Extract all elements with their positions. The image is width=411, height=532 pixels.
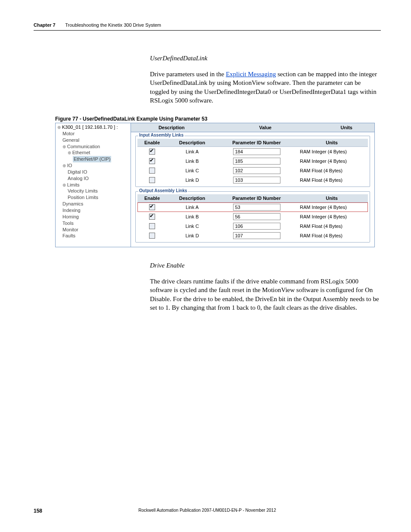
th-units: Units	[296, 194, 368, 202]
panel-header-row: Description Value Units	[131, 123, 374, 132]
units-value: RAM Integer (4 Bytes)	[296, 202, 368, 212]
link-description: Link B	[167, 212, 218, 221]
output-links-table: Enable Description Parameter ID Number U…	[137, 194, 368, 240]
tree-ethernet[interactable]: Ethernet EtherNet/IP (CIP)	[68, 149, 130, 162]
chapter-title: Troubleshooting the Kinetix 300 Drive Sy…	[65, 22, 161, 28]
tree-communication[interactable]: Communication Ethernet EtherNet/IP (CIP)	[62, 143, 130, 163]
th-parameter-id: Parameter ID Number	[218, 139, 296, 147]
tree-general[interactable]: General	[62, 137, 130, 143]
figure-77-screenshot: K300_01 [ 192.168.1.70 ] : Motor General…	[55, 123, 375, 247]
table-row: Link A53RAM Integer (4 Bytes)	[137, 202, 368, 212]
link-description: Link C	[167, 166, 218, 175]
units-value: RAM Float (4 Bytes)	[296, 175, 368, 185]
parameter-id-input[interactable]: 102	[233, 167, 280, 174]
chapter-label: Chapter 7	[34, 22, 56, 28]
parameter-id-input[interactable]: 103	[233, 177, 280, 184]
enable-checkbox[interactable]	[149, 214, 155, 220]
col-units: Units	[318, 123, 374, 132]
nav-tree: K300_01 [ 192.168.1.70 ] : Motor General…	[56, 123, 131, 247]
tree-dynamics[interactable]: Dynamics	[62, 201, 130, 207]
tree-limits[interactable]: Limits Velocity Limits Position Limits	[62, 182, 130, 201]
paragraph-explicit-messaging: Drive parameters used in the Explicit Me…	[150, 70, 381, 105]
table-row: Link D107RAM Float (4 Bytes)	[137, 231, 368, 240]
tree-tools[interactable]: Tools	[62, 220, 130, 227]
parameter-id-input[interactable]: 56	[233, 213, 280, 220]
units-value: RAM Float (4 Bytes)	[296, 221, 368, 231]
link-description: Link B	[167, 156, 218, 166]
link-description: Link C	[167, 221, 218, 231]
input-assembly-links-group: Input Assembly Links Enable Description …	[135, 136, 370, 187]
para-text-pre: Drive parameters used in the	[150, 71, 226, 78]
table-row: Link C106RAM Float (4 Bytes)	[137, 221, 368, 231]
table-row: Link B185RAM Integer (4 Bytes)	[137, 156, 368, 166]
units-value: RAM Float (4 Bytes)	[296, 166, 368, 175]
th-enable: Enable	[137, 194, 167, 202]
th-description: Description	[167, 139, 218, 147]
tree-root[interactable]: K300_01 [ 192.168.1.70 ] :	[57, 124, 118, 130]
table-row: Link B56RAM Integer (4 Bytes)	[137, 212, 368, 221]
table-row: Link C102RAM Float (4 Bytes)	[137, 166, 368, 175]
group-label-input: Input Assembly Links	[138, 133, 184, 137]
section-heading-drive-enable: Drive Enable	[150, 262, 381, 269]
enable-checkbox[interactable]	[149, 223, 155, 229]
output-assembly-links-group: Output Assembly Links Enable Description…	[135, 191, 370, 243]
units-value: RAM Integer (4 Bytes)	[296, 147, 368, 157]
page-footer: 158 Rockwell Automation Publication 2097…	[34, 508, 381, 514]
tree-homing[interactable]: Homing	[62, 214, 130, 220]
section-heading-userdefineddatalink: UserDefinedDataLink	[150, 55, 381, 62]
paragraph-drive-enable: The drive clears runtime faults if the d…	[150, 277, 381, 312]
tree-indexing[interactable]: Indexing	[62, 207, 130, 214]
col-value: Value	[212, 123, 318, 132]
parameter-id-input[interactable]: 107	[233, 232, 280, 239]
link-description: Link A	[167, 147, 218, 157]
explicit-messaging-link[interactable]: Explicit Messaging	[226, 71, 276, 78]
th-parameter-id: Parameter ID Number	[218, 194, 296, 202]
tree-io[interactable]: IO Digital IO Analog IO	[62, 162, 130, 182]
link-description: Link A	[167, 202, 218, 212]
parameter-id-input[interactable]: 185	[233, 158, 280, 165]
right-panel: Description Value Units Input Assembly L…	[131, 123, 374, 247]
th-description: Description	[167, 194, 218, 202]
tree-motor[interactable]: Motor	[62, 131, 130, 137]
group-label-output: Output Assembly Links	[138, 188, 188, 193]
tree-faults[interactable]: Faults	[62, 233, 130, 239]
units-value: RAM Integer (4 Bytes)	[296, 156, 368, 166]
figure-caption: Figure 77 - UserDefinedDataLink Example …	[55, 116, 381, 122]
th-enable: Enable	[137, 139, 167, 147]
parameter-id-input[interactable]: 53	[233, 204, 280, 211]
enable-checkbox[interactable]	[149, 204, 155, 210]
link-description: Link D	[167, 231, 218, 240]
input-links-table: Enable Description Parameter ID Number U…	[137, 139, 368, 185]
enable-checkbox[interactable]	[149, 177, 155, 183]
tree-digital-io[interactable]: Digital IO	[68, 169, 130, 175]
table-row: Link D103RAM Float (4 Bytes)	[137, 175, 368, 185]
page-header: Chapter 7 Troubleshooting the Kinetix 30…	[34, 21, 381, 31]
enable-checkbox[interactable]	[149, 168, 155, 174]
enable-checkbox[interactable]	[149, 233, 155, 239]
col-description: Description	[131, 123, 212, 132]
tree-analog-io[interactable]: Analog IO	[68, 175, 130, 182]
enable-checkbox[interactable]	[149, 158, 155, 164]
tree-monitor[interactable]: Monitor	[62, 227, 130, 233]
parameter-id-input[interactable]: 106	[233, 223, 280, 230]
link-description: Link D	[167, 175, 218, 185]
publication-info: Rockwell Automation Publication 2097-UM0…	[34, 508, 381, 513]
tree-velocity-limits[interactable]: Velocity Limits	[68, 188, 130, 194]
tree-ethernet-ip-cip[interactable]: EtherNet/IP (CIP)	[73, 156, 130, 162]
table-row: Link A184RAM Integer (4 Bytes)	[137, 147, 368, 157]
parameter-id-input[interactable]: 184	[233, 148, 280, 155]
units-value: RAM Float (4 Bytes)	[296, 231, 368, 240]
tree-position-limits[interactable]: Position Limits	[68, 194, 130, 201]
enable-checkbox[interactable]	[149, 149, 155, 155]
units-value: RAM Integer (4 Bytes)	[296, 212, 368, 221]
th-units: Units	[296, 139, 368, 147]
